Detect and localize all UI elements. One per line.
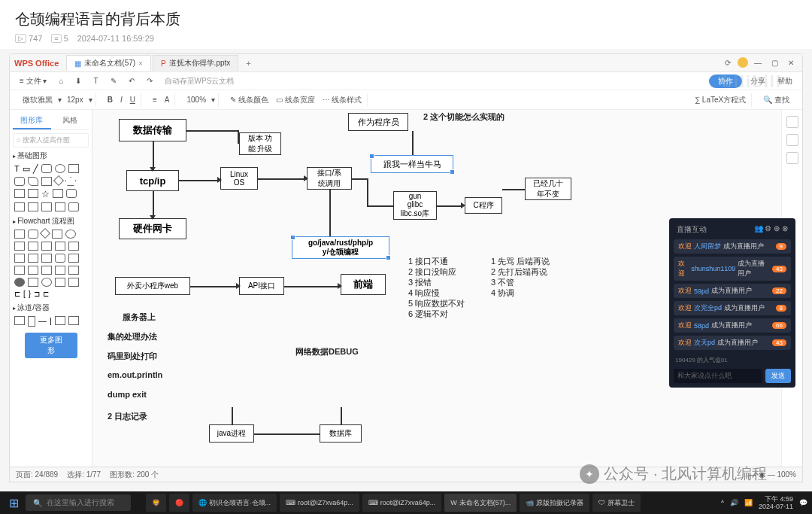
text-shape[interactable]: T <box>14 164 20 174</box>
underline-button[interactable]: U <box>128 95 138 105</box>
node-data-trans[interactable]: 数据传输 <box>119 119 186 141</box>
wechat-icon: ✦ <box>580 464 599 484</box>
bold-button[interactable]: B <box>105 95 115 105</box>
live-chat-panel: 直播互动 👥 ⚙ ⊕ ⊗ 欢迎 人间留梦 成为直播用户9欢迎 shunshun1… <box>669 218 795 388</box>
node-java[interactable]: java进程 <box>209 424 254 443</box>
page-meta: ▷747 ≡5 2024-07-11 16:59:29 <box>15 34 797 43</box>
undo-icon[interactable]: ↶ <box>125 75 138 87</box>
history-icon[interactable] <box>786 152 798 164</box>
arrow-icon <box>236 283 241 289</box>
taskbar-app[interactable]: 🔴 <box>169 494 189 512</box>
node-langs[interactable]: go/java/rust/php/p y/仓颉编程 <box>292 236 389 259</box>
rect-shape[interactable] <box>41 164 52 173</box>
line-shape[interactable]: ╱ <box>33 164 38 174</box>
user-avatar[interactable] <box>738 57 748 68</box>
zoom-value[interactable]: 100% <box>184 95 208 105</box>
redo-icon[interactable]: ↷ <box>143 75 156 87</box>
minimize-icon[interactable]: — <box>751 57 765 69</box>
layers-icon[interactable] <box>786 134 798 146</box>
page-icon[interactable] <box>786 116 798 128</box>
section-flowchart[interactable]: Flowchart 流程图 <box>13 216 89 227</box>
danmu-icon: ≡ <box>51 34 61 43</box>
menu-file[interactable]: ≡ 文件 ▾ <box>16 75 50 88</box>
connector <box>238 130 239 144</box>
find-button[interactable]: 🔍 查找 <box>761 94 792 106</box>
node-glibc[interactable]: gun glibc libc.so库 <box>393 191 437 220</box>
circle-shape[interactable] <box>55 164 65 173</box>
txt-server: 服务器上 <box>123 312 156 323</box>
more-shapes-button[interactable]: 更多图形 <box>25 333 77 358</box>
node-programmer[interactable]: 作为程序员 <box>348 113 408 131</box>
save-icon[interactable]: ⬇ <box>71 75 85 87</box>
taskbar-app[interactable]: 🌐 初识仓颉语言·仓颉... <box>192 494 277 512</box>
latex-button[interactable]: ∑ LaTeX方程式 <box>692 94 748 106</box>
tab-styles[interactable]: 风格 <box>51 113 89 129</box>
top-text: 2 这个切能怎么实现的 <box>423 111 504 123</box>
connector <box>186 130 238 132</box>
node-cprog[interactable]: C程序 <box>465 197 502 214</box>
line-width[interactable]: ▭ 线条宽度 <box>274 94 317 106</box>
start-button[interactable]: ⊞ <box>5 494 23 512</box>
maximize-icon[interactable]: ▢ <box>768 57 781 69</box>
txt-log: 2 日志记录 <box>108 411 147 422</box>
home-icon[interactable]: ⌂ <box>55 75 67 87</box>
sync-icon[interactable]: ⟳ <box>721 57 735 69</box>
play-icon: ▷ <box>15 34 26 43</box>
italic-button[interactable]: I <box>118 95 125 105</box>
size-select[interactable]: 12px <box>65 95 86 105</box>
connector <box>153 141 154 170</box>
taskbar-app[interactable]: ⌨ root@iZ7xva64p... <box>362 494 442 512</box>
note-shape[interactable]: ▭ <box>23 164 30 174</box>
arrow-icon <box>150 215 156 220</box>
node-tcpip[interactable]: tcp/ip <box>126 170 179 191</box>
tab-doc2[interactable]: P道抚木你得学.pptx <box>153 55 238 71</box>
shape-search[interactable]: ○ 搜索人提高作图 <box>13 133 89 148</box>
node-syscall[interactable]: 接口/系 统调用 <box>307 167 352 190</box>
text-icon[interactable]: T <box>89 75 102 87</box>
connector <box>232 407 233 424</box>
color-icon[interactable]: A <box>162 95 172 105</box>
line-color[interactable]: ✎ 线条颜色 <box>228 94 271 106</box>
wps-logo: WPS Office <box>14 59 59 68</box>
node-api[interactable]: API接口 <box>239 277 284 295</box>
taskbar-app[interactable]: ⌨ root@iZ7xva64p... <box>280 494 359 512</box>
new-tab[interactable]: + <box>240 56 256 70</box>
connector <box>284 286 341 287</box>
send-button[interactable]: 发送 <box>765 369 791 383</box>
tab-doc1[interactable]: ▦未命名文档(57)× <box>66 55 151 71</box>
taskbar-app[interactable]: W 未命名文档(57)... <box>444 494 517 512</box>
node-noch[interactable]: 已经几十 年不变 <box>525 178 571 200</box>
close-window-icon[interactable]: ✕ <box>784 57 798 69</box>
align-icon[interactable]: ≡ <box>150 95 159 105</box>
font-select[interactable]: 微软雅黑 <box>20 94 55 106</box>
node-version[interactable]: 版本 功 能 升级 <box>239 132 281 155</box>
issue-list: 1 接口不通 2 接口没响应 3 报错 4 响应慢 5 响应数据不对 6 逻辑不… <box>408 256 465 319</box>
section-basic[interactable]: 基础图形 <box>13 151 89 161</box>
taskbar-app[interactable]: 📹 原版拍摄记录器 <box>520 494 589 512</box>
taskbar-app[interactable]: 🛡 屏幕卫士 <box>592 494 641 512</box>
taskbar-search[interactable]: 🔍 在这里输入进行搜索 <box>26 494 131 511</box>
line-style[interactable]: ⋯ 线条样式 <box>320 94 365 106</box>
close-icon[interactable]: × <box>138 59 143 68</box>
brush-icon[interactable]: ✎ <box>107 75 120 87</box>
play-count: 747 <box>29 34 42 43</box>
live-row: 欢迎 59pd 成为直播用户22 <box>674 284 791 298</box>
live-row: 欢迎 人间留梦 成为直播用户9 <box>674 239 791 254</box>
txt-println: em.out.println <box>108 370 162 379</box>
live-controls[interactable]: 👥 ⚙ ⊕ ⊗ <box>754 224 788 235</box>
selection-indicator: 选择: 1/77 <box>67 470 101 480</box>
chat-input[interactable]: 和大家说点什么吧 <box>674 369 762 383</box>
node-db[interactable]: 数据库 <box>320 424 362 443</box>
wechat-watermark: ✦ 公众号 · 北风计算机编程 <box>580 464 767 484</box>
section-lane[interactable]: 泳道/容器 <box>13 303 89 313</box>
system-tray[interactable]: ᴬ🔊📶 下午 4:592024-07-11 💬 <box>721 495 807 510</box>
node-nic[interactable]: 硬件网卡 <box>119 218 186 239</box>
node-linux[interactable]: Linux OS <box>220 167 258 190</box>
node-frontend[interactable]: 前端 <box>341 274 386 295</box>
tab-shapes[interactable]: 图形库 <box>13 113 51 129</box>
menubar: ≡ 文件 ▾ ⌂ ⬇ T ✎ ↶ ↷ 自动存至WPS云文档 协作 分享 帮助 <box>10 72 802 90</box>
node-waimai[interactable]: 外卖小程序web <box>115 277 190 295</box>
node-niuma[interactable]: 跟我一样当牛马 <box>371 155 453 173</box>
taskbar-app[interactable]: 🦁 <box>146 494 166 512</box>
live-row: 欢迎 次完全pd 成为直播用户8 <box>674 301 791 315</box>
